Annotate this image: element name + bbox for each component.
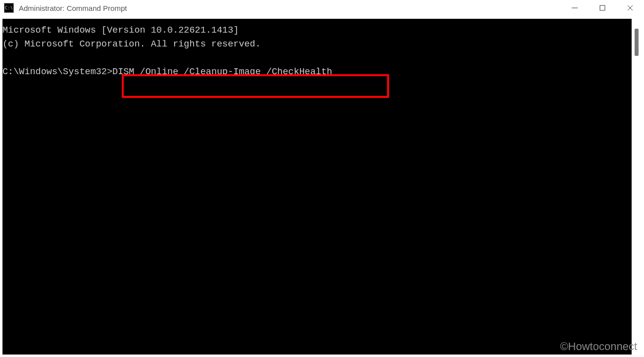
minimize-icon	[571, 4, 578, 11]
titlebar[interactable]: C:\ Administrator: Command Prompt	[0, 0, 644, 16]
cmd-app-icon: C:\	[4, 3, 14, 13]
console-output[interactable]: Microsoft Windows [Version 10.0.22621.14…	[2, 19, 632, 355]
console-wrapper: Microsoft Windows [Version 10.0.22621.14…	[0, 16, 644, 357]
scrollbar-track[interactable]	[632, 19, 642, 355]
scrollbar-thumb[interactable]	[635, 29, 639, 56]
svg-rect-1	[600, 5, 605, 10]
window-controls	[561, 0, 644, 16]
close-icon	[627, 4, 634, 11]
minimize-button[interactable]	[561, 0, 589, 16]
maximize-icon	[599, 4, 606, 11]
close-button[interactable]	[616, 0, 644, 16]
command-prompt-window: C:\ Administrator: Command Prompt Micros…	[0, 0, 644, 357]
window-title: Administrator: Command Prompt	[19, 4, 561, 12]
version-line: Microsoft Windows [Version 10.0.22621.14…	[2, 25, 239, 36]
maximize-button[interactable]	[589, 0, 616, 16]
command-text[interactable]: DISM /Online /Cleanup-Image /CheckHealth	[112, 67, 332, 77]
prompt-text: C:\Windows\System32>	[2, 67, 112, 77]
copyright-line: (c) Microsoft Corporation. All rights re…	[2, 39, 261, 49]
watermark-text: ©Howtoconnect	[560, 340, 637, 353]
